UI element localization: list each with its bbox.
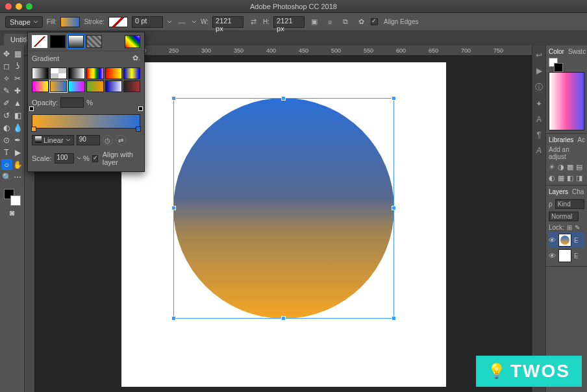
reverse-icon[interactable]: ⇄ xyxy=(116,135,126,145)
chevron-down-icon[interactable] xyxy=(192,19,197,25)
transform-handle[interactable] xyxy=(171,316,176,321)
wand-tool[interactable]: ✧ xyxy=(1,73,12,84)
layer-thumbnail[interactable] xyxy=(558,234,571,247)
zoom-tool[interactable]: 🔍 xyxy=(1,171,12,182)
swatches-tab[interactable]: Swatc xyxy=(568,48,586,55)
align-edges-checkbox[interactable] xyxy=(371,18,378,25)
angle-dial-icon[interactable]: ◷ xyxy=(103,135,113,145)
color-stop[interactable] xyxy=(136,127,141,132)
gradient-bar[interactable] xyxy=(32,114,140,129)
paragraph-icon[interactable]: ¶ xyxy=(537,130,541,140)
path-ops-icon[interactable]: ▣ xyxy=(308,16,320,28)
gradient-angle-input[interactable]: 90 xyxy=(77,135,100,145)
fill-swatch[interactable] xyxy=(60,17,80,27)
history-icon[interactable]: ↩ xyxy=(536,51,542,60)
fill-none-button[interactable] xyxy=(32,35,47,48)
marquee-tool[interactable]: ◻ xyxy=(1,60,12,71)
color-tab[interactable]: Color xyxy=(549,48,564,55)
lasso-tool[interactable]: ʖ xyxy=(12,60,23,71)
transform-handle[interactable] xyxy=(171,96,176,101)
adjustment-icon[interactable]: ▤ xyxy=(576,163,582,171)
gradient-preset[interactable] xyxy=(32,80,49,92)
layer-thumbnail[interactable] xyxy=(558,249,571,262)
brush-tool[interactable]: ✐ xyxy=(1,97,12,108)
character-icon[interactable]: A xyxy=(536,115,542,124)
layer-name[interactable]: E xyxy=(574,237,579,244)
info-icon[interactable]: ⓘ xyxy=(535,82,543,93)
channels-tab[interactable]: Cha xyxy=(572,188,584,195)
move-tool[interactable]: ✥ xyxy=(1,48,12,59)
lock-icon[interactable]: ⊞ xyxy=(567,224,572,231)
gradient-preset[interactable] xyxy=(32,67,49,79)
transform-handle[interactable] xyxy=(392,316,396,321)
eyedropper-tool[interactable]: ✎ xyxy=(1,85,12,96)
transform-handle[interactable] xyxy=(281,96,286,101)
stroke-width-input[interactable]: 0 pt xyxy=(132,16,163,28)
path-arrange-icon[interactable]: ⧉ xyxy=(340,16,351,28)
tool-mode-select[interactable]: Shape xyxy=(5,16,43,28)
glyph-icon[interactable]: A xyxy=(536,146,542,155)
gradient-preset[interactable] xyxy=(86,80,103,92)
play-icon[interactable]: ▶ xyxy=(536,66,542,75)
layer-name[interactable]: E xyxy=(574,252,579,260)
shape-tool[interactable]: ○ xyxy=(1,159,12,170)
chevron-down-icon[interactable] xyxy=(77,156,81,161)
color-picker-area[interactable] xyxy=(549,72,584,130)
type-tool[interactable]: T xyxy=(1,147,12,158)
dodge-tool[interactable]: ⊙ xyxy=(1,134,12,145)
gradient-style-select[interactable]: Linear xyxy=(32,135,74,145)
transform-handle[interactable] xyxy=(392,96,396,101)
gradient-preset[interactable] xyxy=(50,80,67,92)
opacity-stop[interactable] xyxy=(138,106,143,111)
gradient-preset[interactable] xyxy=(105,80,122,92)
foreground-background-swatch[interactable] xyxy=(4,189,21,206)
history-brush-tool[interactable]: ↺ xyxy=(1,110,12,121)
color-stop[interactable] xyxy=(31,127,36,132)
adjustment-icon[interactable]: ◧ xyxy=(567,174,573,182)
visibility-toggle[interactable]: 👁 xyxy=(549,236,556,244)
lock-icon[interactable]: ✎ xyxy=(575,224,580,231)
color-picker-button[interactable] xyxy=(125,35,140,48)
width-input[interactable]: 2121 px xyxy=(212,16,244,28)
transform-handle[interactable] xyxy=(171,206,176,210)
gradient-preset[interactable] xyxy=(123,67,140,79)
gradient-preset[interactable] xyxy=(123,80,140,92)
opacity-stop[interactable] xyxy=(29,106,34,111)
artboard[interactable] xyxy=(121,62,446,387)
gradient-preset[interactable] xyxy=(68,80,85,92)
fill-gradient-button[interactable] xyxy=(68,35,84,48)
transform-handle[interactable] xyxy=(281,316,286,321)
gradient-preset[interactable] xyxy=(86,67,103,79)
align-with-layer-checkbox[interactable] xyxy=(92,155,98,162)
color-fgbg-swatch[interactable] xyxy=(549,58,563,72)
crop-tool[interactable]: ✂ xyxy=(12,73,23,84)
gear-icon[interactable]: ✿ xyxy=(355,16,367,28)
adjustment-icon[interactable]: ◑ xyxy=(558,163,564,171)
blur-tool[interactable]: 💧 xyxy=(12,122,23,133)
properties-icon[interactable]: ✦ xyxy=(536,99,542,108)
visibility-toggle[interactable]: 👁 xyxy=(549,252,556,260)
pen-tool[interactable]: ✒ xyxy=(12,134,23,145)
edit-toolbar[interactable]: ⋯ xyxy=(12,171,23,182)
path-select-tool[interactable]: ▶ xyxy=(12,147,23,158)
quickmask-toggle[interactable]: ◙ xyxy=(6,207,18,218)
healing-tool[interactable]: ✚ xyxy=(12,85,23,96)
blend-mode-select[interactable]: Normal xyxy=(549,212,579,221)
gear-icon[interactable]: ✿. xyxy=(132,54,140,62)
eraser-tool[interactable]: ◧ xyxy=(12,110,23,121)
stamp-tool[interactable]: ▲ xyxy=(12,97,23,108)
gradient-preset[interactable] xyxy=(68,67,85,79)
fill-solid-button[interactable] xyxy=(50,35,66,48)
fill-pattern-button[interactable] xyxy=(86,35,102,48)
stroke-type-icon[interactable]: — xyxy=(176,16,188,28)
adjustment-icon[interactable]: ▦ xyxy=(558,174,564,182)
scale-input[interactable]: 100 xyxy=(55,153,74,164)
path-align-icon[interactable]: ≡ xyxy=(324,16,336,28)
height-input[interactable]: 2121 px xyxy=(273,16,305,28)
libraries-tab[interactable]: Libraries xyxy=(549,136,573,143)
adjustment-icon[interactable]: ◐ xyxy=(549,174,555,182)
opacity-input[interactable] xyxy=(60,97,84,108)
gradient-preset[interactable] xyxy=(50,67,67,79)
kind-filter[interactable]: Kind xyxy=(555,199,584,209)
adjustment-icon[interactable]: ☀ xyxy=(549,163,555,171)
